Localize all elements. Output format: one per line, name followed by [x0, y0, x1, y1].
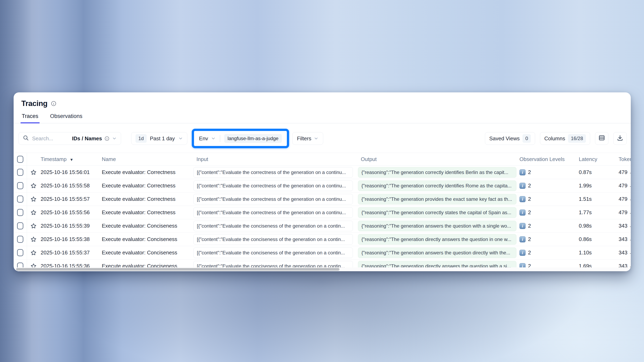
columns-button[interactable]: Columns 16/28 — [540, 132, 590, 145]
name-cell[interactable]: Execute evaluator: Conciseness — [102, 236, 194, 242]
timestamp-cell[interactable]: 2025-10-16 15:56:01 — [40, 169, 102, 175]
star-icon[interactable] — [30, 250, 37, 256]
row-checkbox[interactable] — [17, 249, 23, 256]
name-cell[interactable]: Execute evaluator: Conciseness — [102, 223, 194, 229]
output-preview[interactable]: {"reasoning":"The generation answers the… — [358, 248, 516, 258]
star-icon[interactable] — [30, 183, 37, 189]
input-preview[interactable]: [{"content":"Evaluate the correctness of… — [194, 167, 353, 178]
name-cell[interactable]: Execute evaluator: Correctness — [102, 196, 194, 202]
row-checkbox[interactable] — [17, 182, 23, 189]
name-cell[interactable]: Execute evaluator: Correctness — [102, 209, 194, 216]
input-preview[interactable]: [{"content":"Evaluate the conciseness of… — [194, 248, 353, 258]
header-name[interactable]: Name — [102, 156, 194, 162]
env-filter-value-badge[interactable]: langfuse-llm-as-a-judge — [224, 134, 282, 143]
time-range-label: Past 1 day — [150, 135, 175, 142]
info-level-icon: i — [520, 196, 526, 202]
horizontal-scrollbar[interactable] — [14, 267, 631, 271]
tab-observations[interactable]: Observations — [50, 113, 82, 123]
row-star-cell — [27, 169, 40, 176]
output-preview[interactable]: {"reasoning":"The generation answers the… — [358, 221, 516, 231]
row-checkbox[interactable] — [17, 236, 23, 243]
latency-cell: 0.98s — [579, 223, 618, 229]
output-preview[interactable]: {"reasoning":"The generation directly an… — [358, 234, 516, 245]
star-icon[interactable] — [30, 169, 37, 176]
tokens-cell: 343 → — [618, 223, 631, 229]
search-scope-select[interactable]: IDs / Names — [72, 135, 117, 142]
timestamp-cell[interactable]: 2025-10-16 15:55:38 — [40, 236, 102, 242]
table-row[interactable]: 2025-10-16 15:55:56 Execute evaluator: C… — [14, 206, 631, 219]
star-icon[interactable] — [30, 196, 37, 202]
row-select-cell — [14, 166, 27, 179]
row-select-cell — [14, 179, 27, 192]
divider — [220, 135, 220, 142]
timestamp-cell[interactable]: 2025-10-16 15:55:39 — [40, 223, 102, 229]
latency-cell: 0.86s — [579, 236, 618, 242]
input-preview[interactable]: [{"content":"Evaluate the correctness of… — [194, 180, 353, 191]
input-preview[interactable]: [{"content":"Evaluate the conciseness of… — [194, 234, 353, 245]
toolbar-right-group: Saved Views 0 Columns 16/28 — [485, 132, 627, 145]
tab-traces[interactable]: Traces — [22, 113, 38, 123]
columns-count-badge: 16/28 — [568, 134, 586, 143]
output-preview[interactable]: {"reasoning":"The generation correctly i… — [358, 180, 516, 191]
row-checkbox[interactable] — [17, 222, 23, 229]
row-select-cell — [14, 192, 27, 206]
output-preview[interactable]: {"reasoning":"The generation provides th… — [358, 194, 516, 204]
select-all-checkbox[interactable] — [17, 156, 23, 163]
timestamp-cell[interactable]: 2025-10-16 15:55:58 — [40, 183, 102, 189]
header-tokens[interactable]: Tokens — [618, 156, 631, 162]
observation-levels-cell: i2 — [520, 223, 579, 229]
info-level-icon: i — [520, 183, 526, 189]
table-row[interactable]: 2025-10-16 15:55:57 Execute evaluator: C… — [14, 192, 631, 206]
row-checkbox[interactable] — [17, 169, 23, 176]
info-icon[interactable] — [51, 101, 56, 106]
tokens-cell: 479 → — [618, 183, 631, 189]
info-level-icon: i — [520, 223, 526, 229]
header-output[interactable]: Output — [358, 156, 520, 162]
table-row[interactable]: 2025-10-16 15:55:58 Execute evaluator: C… — [14, 179, 631, 192]
header-latency[interactable]: Latency — [579, 156, 618, 162]
table-row[interactable]: 2025-10-16 15:56:01 Execute evaluator: C… — [14, 166, 631, 179]
output-preview[interactable]: {"reasoning":"The generation correctly i… — [358, 167, 516, 178]
saved-views-button[interactable]: Saved Views 0 — [485, 132, 535, 145]
scrollbar-thumb[interactable] — [16, 268, 340, 271]
name-cell[interactable]: Execute evaluator: Conciseness — [102, 250, 194, 256]
row-checkbox[interactable] — [17, 209, 23, 216]
search-box[interactable]: IDs / Names — [18, 132, 121, 145]
timestamp-cell[interactable]: 2025-10-16 15:55:56 — [40, 209, 102, 216]
info-level-icon: i — [520, 169, 526, 175]
header-input[interactable]: Input — [194, 156, 358, 162]
export-button[interactable] — [613, 132, 627, 145]
timestamp-cell[interactable]: 2025-10-16 15:55:57 — [40, 196, 102, 202]
star-icon[interactable] — [30, 223, 37, 229]
saved-views-count-badge: 0 — [522, 134, 531, 143]
header-observation-levels[interactable]: Observation Levels — [520, 156, 579, 162]
input-preview[interactable]: [{"content":"Evaluate the correctness of… — [194, 207, 353, 218]
env-filter-label: Env — [199, 135, 208, 142]
env-filter-select[interactable]: Env langfuse-llm-as-a-judge — [196, 132, 286, 145]
latency-cell: 1.99s — [579, 183, 618, 189]
table-row[interactable]: 2025-10-16 15:55:38 Execute evaluator: C… — [14, 233, 631, 246]
tab-bar: Traces Observations — [14, 113, 631, 123]
filters-button[interactable]: Filters — [292, 132, 324, 145]
star-icon[interactable] — [30, 209, 37, 216]
input-preview[interactable]: [{"content":"Evaluate the correctness of… — [194, 194, 353, 204]
table-row[interactable]: 2025-10-16 15:55:39 Execute evaluator: C… — [14, 219, 631, 233]
time-range-badge: 1d — [136, 134, 147, 143]
name-cell[interactable]: Execute evaluator: Correctness — [102, 183, 194, 189]
star-icon[interactable] — [30, 236, 37, 243]
search-icon — [23, 135, 29, 142]
row-select-cell — [14, 246, 27, 259]
output-preview[interactable]: {"reasoning":"The generation correctly s… — [358, 207, 516, 218]
input-preview[interactable]: [{"content":"Evaluate the conciseness of… — [194, 221, 353, 231]
timestamp-cell[interactable]: 2025-10-16 15:55:37 — [40, 250, 102, 256]
traces-table: Timestamp ▼ Name Input Output Observatio… — [14, 153, 631, 271]
search-input[interactable] — [32, 135, 69, 142]
name-cell[interactable]: Execute evaluator: Correctness — [102, 169, 194, 175]
row-checkbox[interactable] — [17, 196, 23, 203]
chevron-down-icon — [211, 136, 216, 141]
header-timestamp[interactable]: Timestamp ▼ — [40, 156, 102, 162]
row-height-button[interactable] — [595, 132, 608, 145]
time-range-select[interactable]: 1d Past 1 day — [131, 132, 187, 145]
tracing-panel: Tracing Traces Observations IDs / Names — [14, 92, 631, 271]
table-row[interactable]: 2025-10-16 15:55:37 Execute evaluator: C… — [14, 246, 631, 260]
